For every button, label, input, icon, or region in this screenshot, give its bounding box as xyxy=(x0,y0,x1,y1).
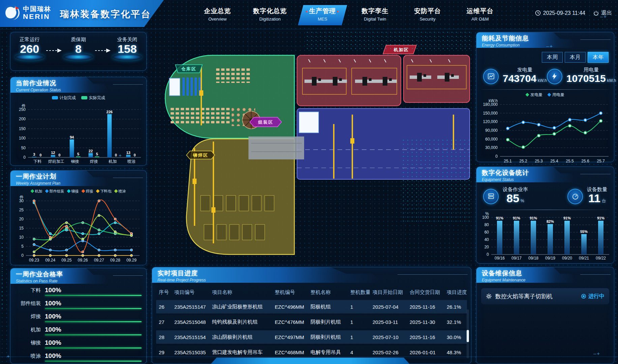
table-row[interactable]: 28235A2515154凉山阴极剥片机组EZC^497MM阴极剥片机组1202… xyxy=(156,330,467,344)
pass-rate-bar xyxy=(45,308,142,309)
maintenance-panel: 设备维保信息 Equipment Maintenance 数控火焰等离子切割机 … xyxy=(476,267,614,364)
svg-text:09.24: 09.24 xyxy=(45,258,55,263)
arrow-right-icon xyxy=(46,48,62,55)
pass-rate-bar xyxy=(45,334,142,335)
weekly-plan-panel: 一周作业计划 Weekly Assignment Plan 机加 部件组装 铆接… xyxy=(10,170,147,265)
stat-icon-circle xyxy=(483,189,499,204)
svg-text:13: 13 xyxy=(126,151,130,155)
energy-tab-month[interactable]: 本月 xyxy=(565,52,586,63)
bottom-bar xyxy=(211,358,410,364)
bottom-line xyxy=(0,357,618,357)
panel-title-cn: 一周作业计划 xyxy=(16,172,146,181)
dot-texture xyxy=(0,47,5,310)
panel-title: 当前作业情况 Current Operation Status xyxy=(10,77,146,93)
svg-text:机加区: 机加区 xyxy=(393,47,409,52)
legend-item[interactable]: 喷涂 xyxy=(115,189,126,194)
svg-text:09.26: 09.26 xyxy=(78,258,88,263)
factory-map-3d[interactable]: 仓库区 铆焊区 机加区 组装区 xyxy=(150,37,470,265)
energy-tab-week[interactable]: 本周 xyxy=(542,52,563,63)
legend-item[interactable]: 实际完成 xyxy=(81,95,105,101)
panel-title-cn: 当前作业情况 xyxy=(16,79,146,88)
legend-item[interactable]: 下料包 xyxy=(96,189,112,194)
logout-button[interactable]: 退出 xyxy=(593,9,612,17)
equipment-chart: 020406080100%91%09/1691%09/1791%09/1882%… xyxy=(476,210,614,263)
legend-item[interactable]: 焊接 xyxy=(82,189,93,194)
svg-text:喷涂: 喷涂 xyxy=(127,159,136,164)
panel-title: 数字化设备统计 Equipment Status xyxy=(476,167,614,182)
scrollbar-thumb[interactable] xyxy=(467,330,469,342)
energy-range-tabs: 本周本月本年 xyxy=(476,48,614,63)
svg-text:50: 50 xyxy=(21,146,26,150)
svg-text:0: 0 xyxy=(487,252,489,257)
panel-title-en: Weekly Assignment Plan xyxy=(16,181,146,186)
svg-text:09/19: 09/19 xyxy=(545,256,555,261)
svg-text:09/17: 09/17 xyxy=(511,256,522,261)
operation-bar-chart-svg: 050100150200250件下料30焊前加工120铆接945焊接225机加2… xyxy=(13,101,142,165)
svg-text:25.2: 25.2 xyxy=(519,159,527,163)
table-rows: 26235A2515147凉山矿业阳极整形机组EZC^496MM阳极机组1202… xyxy=(156,300,467,359)
maintenance-item[interactable]: 数控火焰等离子切割机 进行中 xyxy=(481,288,609,304)
svg-text:91%: 91% xyxy=(530,216,537,220)
table-row[interactable]: 29235A2515035营口建发电解专用吊车EZC^468MM电解专用吊具42… xyxy=(156,345,467,359)
nerin-logo-icon xyxy=(5,5,20,21)
table-row[interactable]: 27235A2515048纯钧残极及剥片机组EZC^476MM阴极剥片机组120… xyxy=(156,315,467,329)
panel-title: 设备维保信息 Equipment Maintenance xyxy=(476,267,614,283)
stat-icon-circle xyxy=(483,69,499,84)
panel-title-cn: 数字化设备统计 xyxy=(482,169,614,177)
nav-tab-security[interactable]: 安防平台Security xyxy=(403,5,452,25)
legend-item[interactable]: 用电量 xyxy=(548,92,564,98)
table-scrollbar[interactable] xyxy=(467,309,469,358)
legend-marker xyxy=(52,96,58,99)
svg-text:铆焊区: 铆焊区 xyxy=(193,153,208,158)
svg-text:3: 3 xyxy=(33,152,35,156)
nav-tab-digital-twin[interactable]: 数字孪生Digital Twin xyxy=(350,5,400,25)
project-table: 序号项目编号项目名称整机编号整机名称整机数量项目开始日期合同交货日期项目进度 2… xyxy=(152,283,471,359)
pass-rate-bar xyxy=(45,361,142,362)
panel-title-cn: 设备维保信息 xyxy=(482,269,614,278)
svg-text:60: 60 xyxy=(484,230,489,235)
panel-title-cn: 能耗及节能信息 xyxy=(482,34,614,43)
svg-text:下料: 下料 xyxy=(33,159,41,164)
legend-item[interactable]: 部件组装 xyxy=(46,189,64,194)
weekly-line-chart-svg: 051015202530件09.2309.2409.2509.2609.2709… xyxy=(13,195,142,264)
svg-text:09.29: 09.29 xyxy=(126,258,137,263)
legend-marker xyxy=(96,189,99,193)
nav-tab-mes[interactable]: 生产管理MES xyxy=(298,5,347,25)
stat-0: 发电量 743704kW.h xyxy=(483,67,547,86)
map-crane-cab xyxy=(199,90,203,96)
table-col-header: 项目开始日期 xyxy=(370,289,407,296)
svg-text:0: 0 xyxy=(495,154,498,159)
map-label-welding: 铆焊区 xyxy=(186,151,215,159)
pass-rate-row: 喷涂 100% xyxy=(10,350,146,363)
nav-tab-ar-om[interactable]: 运维平台AR O&M xyxy=(455,5,505,25)
legend-item[interactable]: 机加 xyxy=(31,189,42,194)
top-header: 中国瑞林 NERIN 瑞林装备数字化平台 企业总览Overview 数字化总览D… xyxy=(0,0,618,29)
table-col-header: 整机名称 xyxy=(308,289,348,296)
clock-icon xyxy=(535,10,541,16)
legend-marker xyxy=(45,189,49,193)
svg-text:30,000: 30,000 xyxy=(485,145,498,150)
pass-rate-bar xyxy=(45,321,142,322)
svg-text:150: 150 xyxy=(19,126,26,131)
legend-item[interactable]: 铆接 xyxy=(67,189,79,194)
svg-text:09.27: 09.27 xyxy=(94,258,104,263)
pass-rate-row: 铆接 100% xyxy=(10,336,146,350)
legend-item[interactable]: 计划完成 xyxy=(52,95,76,101)
svg-text:226: 226 xyxy=(107,110,113,114)
nav-tab-digitization[interactable]: 数字化总览Digitization xyxy=(245,5,295,25)
legend-item[interactable]: 发电量 xyxy=(526,92,542,98)
table-col-header: 整机数量 xyxy=(348,289,370,296)
map-crane-cab xyxy=(350,138,354,144)
map-zone-assembly[interactable] xyxy=(297,109,470,179)
map-label-machining: 机加区 xyxy=(383,45,416,54)
stat-icon-circle xyxy=(547,69,562,84)
energy-chart: 030,00060,00090,000120,000150,000180,000… xyxy=(476,98,614,166)
energy-tab-year[interactable]: 本年 xyxy=(588,52,609,63)
svg-text:25.5: 25.5 xyxy=(566,159,574,163)
svg-text:82%: 82% xyxy=(547,219,554,223)
svg-text:09/21: 09/21 xyxy=(579,256,589,261)
table-row[interactable]: 26235A2515147凉山矿业阳极整形机组EZC^496MM阳极机组1202… xyxy=(156,300,467,313)
svg-text:5: 5 xyxy=(96,152,98,156)
nav-tab-overview[interactable]: 企业总览Overview xyxy=(193,5,242,25)
svg-text:60,000: 60,000 xyxy=(485,137,498,142)
